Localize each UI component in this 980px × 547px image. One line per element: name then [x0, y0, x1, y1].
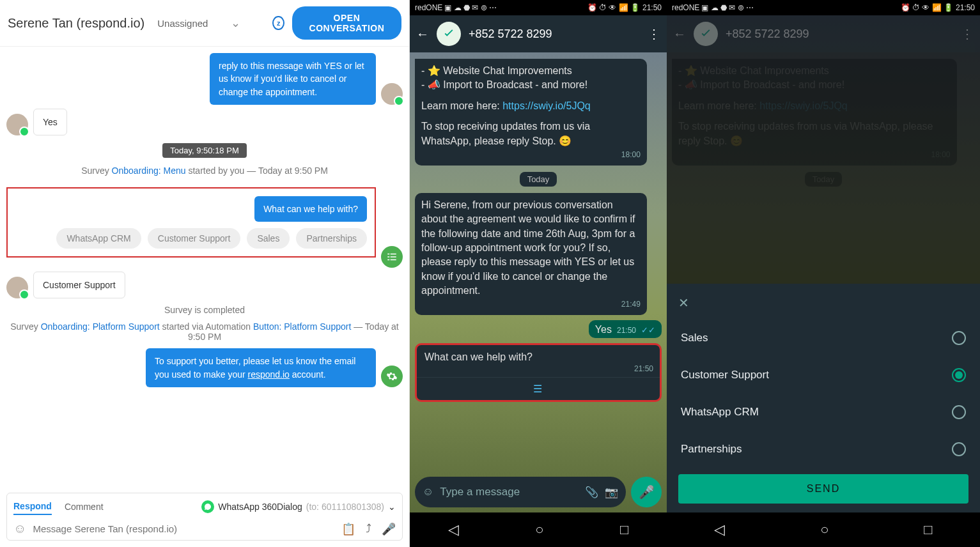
- outgoing-bubble: Yes 21:50 ✓✓: [589, 320, 662, 338]
- more-icon[interactable]: ⋮: [648, 26, 660, 42]
- whatsapp-header: ← +852 5722 8299 ⋮: [667, 15, 980, 52]
- nav-home-icon[interactable]: ○: [535, 521, 543, 538]
- back-icon[interactable]: ←: [416, 27, 429, 42]
- attach-icon[interactable]: 📎: [585, 486, 598, 499]
- chip-sales[interactable]: Sales: [247, 228, 290, 249]
- back-icon: ←: [673, 27, 686, 42]
- respond-io-link[interactable]: respond.io: [248, 369, 290, 380]
- whatsapp-badge-icon: [19, 289, 29, 300]
- contact-number[interactable]: +852 5722 8299: [469, 27, 552, 41]
- list-menu-button[interactable]: ☰: [417, 378, 660, 400]
- contact-number: +852 5722 8299: [726, 27, 809, 41]
- composer-tabs: Respond Comment WhatsApp 360Dialog (to: …: [13, 498, 396, 515]
- option-partnerships[interactable]: Partnerships: [678, 431, 968, 468]
- list-icon: [386, 251, 398, 263]
- option-customer-support[interactable]: Customer Support: [678, 357, 968, 394]
- snooze-icon[interactable]: z: [272, 16, 284, 30]
- mic-icon[interactable]: 🎤: [382, 522, 396, 536]
- tab-respond[interactable]: Respond: [13, 498, 52, 515]
- incoming-message-row: Customer Support: [6, 272, 403, 298]
- emoji-icon[interactable]: ☺: [423, 486, 433, 498]
- nav-recent-icon[interactable]: □: [924, 521, 932, 538]
- system-event: Survey Onboarding: Platform Support star…: [6, 321, 403, 342]
- msg-time: 21:50: [617, 326, 636, 335]
- whatsapp-badge-icon: [19, 127, 29, 137]
- send-button[interactable]: SEND: [678, 474, 968, 504]
- nav-recent-icon[interactable]: □: [620, 521, 628, 538]
- camera-icon[interactable]: 📷: [605, 486, 618, 499]
- status-icons: ▣ ☁ ⬣ ✉ ⊚ ⋯: [444, 3, 497, 12]
- respond-io-panel: Serene Tan (respond.io) Unassigned z OPE…: [0, 0, 410, 547]
- nav-back-icon[interactable]: ◁: [448, 521, 459, 538]
- message-bubble: reply to this message with YES or let us…: [210, 53, 376, 105]
- whatsapp-input-bar: ☺ Type a message 📎 📷 🎤: [410, 472, 667, 512]
- quick-reply-chips: WhatsApp CRM Customer Support Sales Part…: [56, 228, 367, 249]
- svg-rect-4: [387, 259, 389, 261]
- status-icons: ▣ ☁ ⬣ ✉ ⊚ ⋯: [701, 3, 754, 12]
- contact-title: Serene Tan (respond.io): [8, 16, 144, 31]
- learn-more-link[interactable]: https://swiy.io/5JQq: [502, 100, 591, 111]
- message-composer: Respond Comment WhatsApp 360Dialog (to: …: [6, 493, 403, 541]
- message-bubble: Yes: [33, 109, 67, 135]
- chat-body: - ⭐ Website Chat Improvements - 📣 Import…: [410, 52, 667, 472]
- svg-rect-0: [387, 254, 389, 255]
- emoji-icon[interactable]: ☺: [13, 521, 26, 536]
- outgoing-message-row: reply to this message with YES or let us…: [6, 53, 403, 105]
- bot-avatar: [381, 246, 403, 268]
- system-event: Survey is completed: [6, 305, 403, 315]
- msg-time: 18:00: [421, 150, 641, 160]
- question-bubble: What can we help with?: [254, 196, 367, 222]
- android-nav-bar: ◁ ○ □: [410, 512, 667, 547]
- assignee-dropdown[interactable]: Unassigned: [152, 13, 245, 33]
- radio-icon: [952, 442, 966, 456]
- android-status-bar: redONE ▣ ☁ ⬣ ✉ ⊚ ⋯ ⏰ ⏱ 👁 📶 🔋21:50: [667, 0, 980, 15]
- mic-button[interactable]: 🎤: [631, 477, 662, 507]
- nav-back-icon[interactable]: ◁: [714, 521, 725, 538]
- system-event: Survey Onboarding: Menu started by you —…: [6, 166, 403, 176]
- status-icons: ⏰ ⏱ 👁 📶 🔋: [587, 3, 640, 12]
- open-conversation-button[interactable]: OPEN CONVERSATION: [292, 6, 401, 40]
- contact-avatar: [6, 114, 28, 135]
- channel-selector[interactable]: WhatsApp 360Dialog (to: 601110801308) ⌄: [201, 500, 396, 513]
- message-input[interactable]: [33, 523, 335, 534]
- svg-rect-2: [387, 256, 389, 258]
- upload-icon[interactable]: ⤴: [366, 522, 371, 536]
- close-icon[interactable]: ✕: [678, 293, 968, 320]
- whatsapp-badge-icon: [394, 96, 404, 106]
- carrier-label: redONE: [415, 3, 442, 12]
- contact-avatar[interactable]: [437, 22, 461, 46]
- message-input[interactable]: ☺ Type a message 📎 📷: [415, 477, 626, 507]
- carrier-label: redONE: [672, 3, 699, 12]
- svg-rect-1: [391, 254, 396, 255]
- automation-link[interactable]: Button: Platform Support: [253, 321, 351, 332]
- option-sales[interactable]: Sales: [678, 320, 968, 357]
- whatsapp-header: ← +852 5722 8299 ⋮: [410, 15, 667, 52]
- assignee-value: Unassigned: [157, 18, 208, 29]
- survey-link[interactable]: Onboarding: Platform Support: [41, 321, 160, 332]
- tab-comment[interactable]: Comment: [65, 499, 104, 514]
- respond-header: Serene Tan (respond.io) Unassigned z OPE…: [0, 0, 409, 47]
- agent-avatar: [381, 83, 403, 105]
- chip-whatsapp-crm[interactable]: WhatsApp CRM: [56, 228, 141, 249]
- survey-link[interactable]: Onboarding: Menu: [112, 166, 186, 176]
- incoming-message-row: Yes: [6, 109, 403, 135]
- list-message-question: What can we help with?: [417, 345, 660, 364]
- date-separator: Today, 9:50:18 PM: [6, 143, 403, 158]
- chevron-down-icon: ⌄: [388, 502, 396, 512]
- radio-icon: [952, 331, 966, 345]
- more-icon: ⋮: [961, 26, 974, 42]
- radio-icon-selected: [952, 368, 966, 382]
- message-bubble: To support you better, please let us kno…: [146, 348, 376, 387]
- whatsapp-phone-2: redONE ▣ ☁ ⬣ ✉ ⊚ ⋯ ⏰ ⏱ 👁 📶 🔋21:50 ← +852…: [667, 0, 980, 547]
- clock-label: 21:50: [956, 3, 975, 12]
- contact-avatar: [694, 22, 718, 46]
- radio-icon: [952, 405, 966, 419]
- channel-name: WhatsApp 360Dialog: [218, 502, 302, 512]
- nav-home-icon[interactable]: ○: [820, 521, 828, 538]
- msg-time: 21:50: [417, 364, 660, 377]
- chip-customer-support[interactable]: Customer Support: [148, 228, 241, 249]
- channel-recipient: (to: 601110801308): [306, 502, 384, 512]
- chip-partnerships[interactable]: Partnerships: [296, 228, 367, 249]
- option-whatsapp-crm[interactable]: WhatsApp CRM: [678, 394, 968, 431]
- clipboard-icon[interactable]: 📋: [341, 522, 355, 536]
